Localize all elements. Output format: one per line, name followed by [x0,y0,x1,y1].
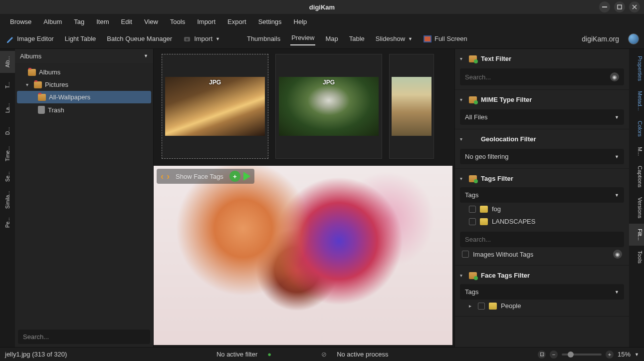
rail-tab-similarity[interactable]: Simila... [0,189,15,211]
play-button[interactable] [243,172,250,181]
collapse-icon[interactable]: ▾ [26,82,31,87]
gear-icon[interactable]: ◉ [610,72,619,81]
menu-export[interactable]: Export [221,15,252,28]
globe-icon[interactable] [628,33,639,44]
slideshow-dropdown[interactable]: Slideshow▼ [375,33,414,44]
chevron-down-icon: ▾ [460,56,465,61]
tags-filter-header[interactable]: ▾ Tags Filter [460,173,624,184]
show-face-tags-button[interactable]: Show Face Tags [173,172,226,181]
tree-trash[interactable]: Trash [17,103,151,116]
minimize-button[interactable] [599,1,610,12]
menu-tools[interactable]: Tools [164,15,191,28]
geo-filter-header[interactable]: ▾ Geolocation Filter [460,133,624,145]
rail-tab-labels[interactable]: La... [0,97,15,119]
logo-text[interactable]: digiKam.org [582,35,619,43]
menu-help[interactable]: Help [288,15,313,28]
zoom-in-button[interactable]: + [606,351,614,359]
geo-filter-section: ▾ Geolocation Filter No geo filtering ▼ [455,129,629,169]
rail-tab-versions[interactable]: Versions [629,192,644,223]
trash-icon [38,106,45,114]
preview-tab[interactable]: Preview [290,32,315,45]
tree-all-wallpapers[interactable]: All-Wallpapers [17,91,151,103]
thumbnail-strip[interactable]: JPG JPG [154,49,454,164]
preview-pane[interactable]: ‹ › Show Face Tags + [154,166,452,345]
next-image-button[interactable]: › [167,171,170,182]
menu-item[interactable]: Item [90,15,115,28]
checkbox[interactable] [462,251,469,258]
images-without-tags-row[interactable]: Images Without Tags ◉ [460,247,624,261]
menu-view[interactable]: View [138,15,164,28]
rail-tab-people[interactable]: Pe... [0,212,15,234]
tag-landscapes[interactable]: LANDSCAPES [460,215,624,228]
rail-tab-albums[interactable]: Alb... [0,51,15,73]
status-cancel-icon[interactable]: ⊘ [321,351,327,358]
rail-tab-properties[interactable]: Properties [629,51,644,86]
map-tab[interactable]: Map [324,33,339,44]
zoom-fit-button[interactable]: ⊡ [538,351,546,359]
album-search-input[interactable]: Search... [18,330,150,344]
close-button[interactable] [629,1,640,12]
light-table-button[interactable]: Light Table [64,33,97,44]
import-dropdown[interactable]: Import▼ [182,33,221,44]
mime-filter-section: ▾ MIME Type Filter All Files ▼ [455,90,629,129]
rail-tab-captions[interactable]: Captions [629,161,644,192]
chevron-down-icon: ▼ [215,36,220,41]
gear-icon[interactable]: ◉ [613,250,622,259]
geo-filter-select[interactable]: No geo filtering ▼ [460,149,624,164]
chevron-down-icon: ▼ [144,53,148,58]
checkbox[interactable] [469,218,476,225]
rail-tab-colors[interactable]: Colors [629,116,644,142]
rail-tab-filters[interactable]: Filt... [629,224,644,246]
thumbnail-2[interactable]: JPG [275,54,382,159]
zoom-thumb[interactable] [568,352,574,358]
menu-edit[interactable]: Edit [115,15,138,28]
rail-tab-timeline[interactable]: Time... [0,143,15,165]
tag-people[interactable]: ▸ People [460,300,624,312]
thumbnail-3[interactable] [389,54,434,159]
chevron-down-icon: ▼ [408,36,413,41]
fullscreen-button[interactable]: Full Screen [423,33,468,44]
menu-browse[interactable]: Browse [4,15,37,28]
table-tab[interactable]: Table [348,33,366,44]
tags-search-field[interactable] [465,236,619,243]
albums-header[interactable]: Albums ▼ [15,49,153,63]
add-face-tag-button[interactable]: + [229,171,240,182]
image-editor-button[interactable]: Image Editor [5,33,55,45]
maximize-button[interactable] [614,1,625,12]
menu-tag[interactable]: Tag [68,15,90,28]
menu-album[interactable]: Album [37,15,68,28]
face-tags-select[interactable]: Tags ▼ [460,284,624,300]
text-filter-field[interactable] [465,73,610,81]
text-filter-header[interactable]: ▾ Text Filter [460,53,624,64]
chevron-down-icon[interactable]: ▼ [635,352,639,357]
left-sidebar-rail: Alb... T... La... D... Time... Se... Sim… [0,49,15,347]
rail-tab-map[interactable]: M... [629,142,644,161]
prev-image-button[interactable]: ‹ [161,171,164,182]
tags-select[interactable]: Tags ▼ [460,187,624,203]
tags-search-input[interactable] [460,232,624,247]
zoom-out-button[interactable]: − [550,351,558,359]
thumbnails-tab[interactable]: Thumbnails [246,33,281,44]
menu-settings[interactable]: Settings [252,15,288,28]
zoom-value: 15% [618,351,631,358]
rail-tab-tools[interactable]: Tools [629,246,644,269]
menu-import[interactable]: Import [191,15,221,28]
checkbox[interactable] [469,206,476,213]
expand-icon[interactable]: ▸ [469,303,474,309]
thumbnail-1[interactable]: JPG [162,54,268,159]
mime-filter-header[interactable]: ▾ MIME Type Filter [460,94,624,105]
tag-fog[interactable]: fog [460,203,624,215]
text-filter-input[interactable]: ◉ [460,68,624,85]
main-area: Alb... T... La... D... Time... Se... Sim… [0,49,644,347]
mime-filter-select[interactable]: All Files ▼ [460,109,624,125]
face-tags-header[interactable]: ▾ Face Tags Filter [460,270,624,281]
rail-tab-metadata[interactable]: Metad... [629,86,644,116]
rail-tab-search[interactable]: Se... [0,166,15,188]
batch-queue-button[interactable]: Batch Queue Manager [106,33,173,44]
zoom-slider[interactable] [562,354,602,356]
tree-albums-root[interactable]: Albums [17,66,151,78]
checkbox[interactable] [478,303,485,310]
tree-pictures[interactable]: ▾ Pictures [17,78,151,91]
rail-tab-tags[interactable]: T... [0,74,15,96]
rail-tab-dates[interactable]: D... [0,120,15,142]
